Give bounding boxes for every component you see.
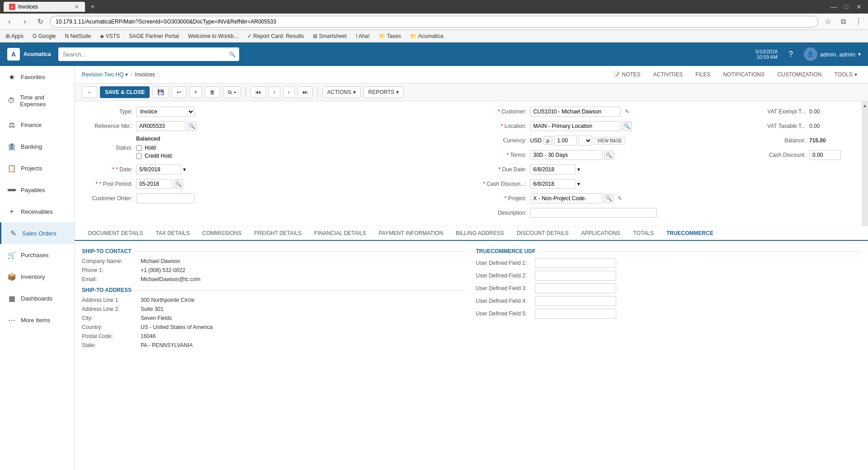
- bookmark-button[interactable]: ☆: [822, 16, 834, 28]
- new-tab-button[interactable]: +: [88, 3, 97, 11]
- prev-record-button[interactable]: ‹: [269, 86, 280, 98]
- description-input[interactable]: [530, 208, 657, 218]
- udf-field4-input[interactable]: [535, 296, 616, 306]
- scroll-indicator[interactable]: ▲: [862, 101, 868, 226]
- files-button[interactable]: FILES: [692, 70, 714, 80]
- sidebar-item-inventory[interactable]: 📦 Inventory: [0, 266, 74, 287]
- currency-search-button[interactable]: ρ: [543, 136, 552, 145]
- bookmark-ahai[interactable]: ! Aha!: [354, 32, 372, 40]
- bookmark-sage[interactable]: SAGE Partner Portal: [127, 32, 181, 40]
- tab-close-button[interactable]: ✕: [73, 4, 80, 10]
- udf-field2-input[interactable]: [535, 271, 616, 281]
- bookmark-apps[interactable]: ⊞ Apps: [4, 32, 25, 40]
- ref-nbr-input[interactable]: [136, 121, 186, 131]
- sidebar-item-favorites[interactable]: ★ Favorites: [0, 66, 74, 88]
- first-record-button[interactable]: ⏮: [250, 86, 266, 98]
- tab-financial-details[interactable]: FINANCIAL DETAILS: [308, 226, 373, 241]
- view-base-button[interactable]: VIEW BASE: [594, 137, 625, 145]
- sidebar-item-finance[interactable]: ⚖ Finance: [0, 114, 74, 136]
- add-button[interactable]: +: [189, 86, 202, 98]
- project-search-button[interactable]: 🔍: [604, 194, 613, 203]
- maximize-button[interactable]: □: [841, 1, 852, 12]
- reload-button[interactable]: ↻: [34, 16, 46, 28]
- tab-freight-details[interactable]: FREIGHT DETAILS: [248, 226, 308, 241]
- tab-discount-details[interactable]: DISCOUNT DETAILS: [510, 226, 575, 241]
- terms-search-button[interactable]: 🔍: [604, 150, 613, 160]
- post-period-search-button[interactable]: 🔍: [174, 179, 183, 188]
- delete-button[interactable]: 🗑: [205, 86, 220, 98]
- udf-field1-input[interactable]: [535, 258, 616, 268]
- location-input[interactable]: [530, 121, 621, 131]
- bookmark-vsts[interactable]: ◈ VSTS: [98, 32, 122, 40]
- cash-discount-date-input[interactable]: [530, 179, 576, 189]
- currency-rate-select[interactable]: [579, 136, 592, 146]
- customer-edit-button[interactable]: ✎: [623, 107, 632, 116]
- back-button[interactable]: ←: [82, 86, 97, 98]
- bookmark-report[interactable]: ✓ Report Card: Results: [245, 32, 306, 40]
- sidebar-item-dashboards[interactable]: ▦ Dashboards: [0, 287, 74, 309]
- tools-button[interactable]: TOOLS ▾: [831, 70, 861, 80]
- save-close-button[interactable]: SAVE & CLOSE: [100, 86, 150, 98]
- sidebar-item-more-items[interactable]: ⋯ More Items: [0, 309, 74, 331]
- udf-field3-input[interactable]: [535, 283, 616, 293]
- terms-input[interactable]: [530, 150, 603, 160]
- undo-button[interactable]: ↩: [172, 86, 186, 98]
- url-input[interactable]: [50, 16, 818, 28]
- reports-button[interactable]: REPORTS ▾: [363, 86, 404, 98]
- forward-nav-button[interactable]: ›: [19, 16, 31, 28]
- sidebar-item-time-expenses[interactable]: ⏱ Time and Expenses: [0, 88, 74, 114]
- customer-order-input[interactable]: [136, 193, 195, 203]
- bookmark-netsuite[interactable]: N NetSuite: [63, 32, 93, 40]
- location-search-button[interactable]: 🔍: [623, 122, 632, 131]
- menu-button[interactable]: ⋮: [853, 16, 864, 28]
- minimize-button[interactable]: —: [828, 1, 839, 12]
- project-edit-button[interactable]: ✎: [615, 194, 624, 203]
- post-period-input[interactable]: [136, 179, 172, 189]
- back-nav-button[interactable]: ‹: [4, 16, 15, 28]
- ref-nbr-search-button[interactable]: 🔍: [188, 122, 197, 131]
- udf-field5-input[interactable]: [535, 309, 616, 319]
- tab-commissions[interactable]: COMMISSIONS: [196, 226, 248, 241]
- sidebar-item-receivables[interactable]: + Receivables: [0, 201, 74, 222]
- sidebar-item-payables[interactable]: ➖ Payables: [0, 179, 74, 201]
- project-input[interactable]: [530, 193, 603, 203]
- help-button[interactable]: ?: [785, 48, 797, 60]
- bookmark-google[interactable]: G Google: [31, 32, 57, 40]
- tab-tax-details[interactable]: TAX DETAILS: [150, 226, 196, 241]
- next-record-button[interactable]: ›: [283, 86, 295, 98]
- notifications-button[interactable]: NOTIFICATIONS: [720, 70, 769, 80]
- sidebar-item-sales-orders[interactable]: ✎ Sales Orders: [0, 222, 74, 244]
- tab-totals[interactable]: TOTALS: [627, 226, 660, 241]
- customer-input[interactable]: [530, 107, 621, 117]
- close-button[interactable]: ✕: [854, 1, 864, 12]
- bookmark-workbc[interactable]: Welcome to Workb...: [186, 32, 240, 40]
- tab-applications[interactable]: APPLICATIONS: [575, 226, 627, 241]
- type-select[interactable]: Invoice: [136, 107, 195, 117]
- user-menu[interactable]: 👤 admin, admin ▾: [804, 47, 861, 61]
- activities-button[interactable]: ACTIVITIES: [650, 70, 686, 80]
- cash-discount-amount-input[interactable]: [809, 150, 841, 160]
- last-record-button[interactable]: ⏭: [297, 86, 313, 98]
- sidebar-item-banking[interactable]: 🏦 Banking: [0, 136, 74, 157]
- tab-document-details[interactable]: DOCUMENT DETAILS: [82, 226, 150, 241]
- bookmark-smartsheet[interactable]: ⊞ Smartsheet: [311, 32, 349, 40]
- tab-truecommerce[interactable]: TRUECOMMERCE: [660, 226, 720, 241]
- bookmark-acumatica[interactable]: 📁 Acumatica: [408, 32, 445, 40]
- copy-button[interactable]: ⧉ ▾: [223, 86, 241, 98]
- credit-hold-checkbox[interactable]: [136, 153, 142, 159]
- breadcrumb-parent[interactable]: Revision Two HQ ▾: [82, 71, 128, 78]
- actions-button[interactable]: ACTIONS ▾: [322, 86, 361, 98]
- date-input[interactable]: [136, 164, 181, 174]
- customization-button[interactable]: CUSTOMIZATION: [774, 70, 825, 80]
- due-date-input[interactable]: [530, 164, 576, 174]
- extensions-button[interactable]: ⧉: [837, 16, 849, 28]
- tab-billing-address[interactable]: BILLING ADDRESS: [449, 226, 510, 241]
- sidebar-item-projects[interactable]: 📋 Projects: [0, 157, 74, 179]
- bookmark-taxes[interactable]: 📁 Taxes: [377, 32, 403, 40]
- notes-button[interactable]: 📝 NOTES: [609, 70, 644, 80]
- sidebar-item-purchases[interactable]: 🛒 Purchases: [0, 244, 74, 266]
- hold-checkbox[interactable]: [136, 145, 142, 151]
- currency-rate-input[interactable]: [554, 136, 577, 146]
- browser-tab[interactable]: A Invoices ✕: [4, 2, 85, 12]
- search-input[interactable]: [58, 47, 239, 61]
